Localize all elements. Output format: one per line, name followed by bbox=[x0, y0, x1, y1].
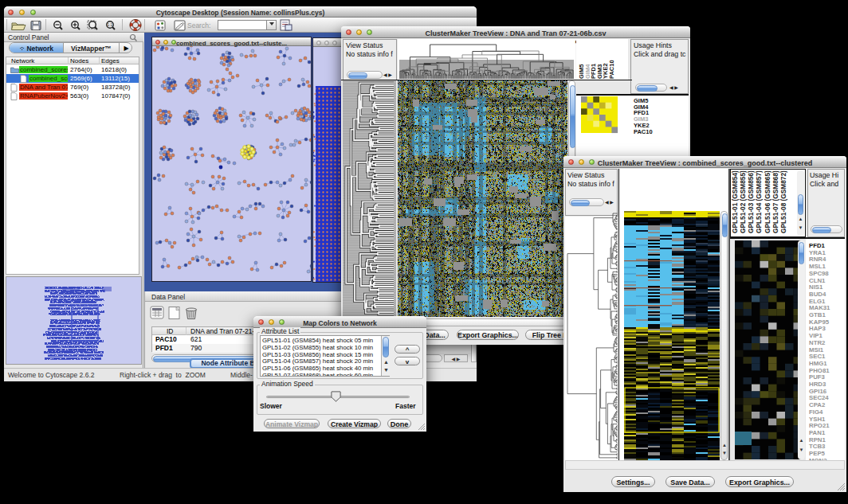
svg-text:RPO21: RPO21 bbox=[809, 422, 830, 429]
svg-text:GPI16: GPI16 bbox=[809, 388, 827, 395]
svg-text:FIG4: FIG4 bbox=[809, 408, 823, 416]
svg-text:GPL51-02 (GSM855): GPL51-02 (GSM855) bbox=[739, 170, 747, 233]
svg-text:CLN1: CLN1 bbox=[809, 277, 826, 284]
svg-text:GPL51-04 (GSM857): GPL51-04 (GSM857) bbox=[755, 170, 763, 233]
svg-text:SPC98: SPC98 bbox=[809, 270, 829, 277]
svg-text:GPL51-07 (GSM868): GPL51-07 (GSM868) bbox=[771, 170, 779, 233]
svg-text:CPA2: CPA2 bbox=[809, 401, 826, 408]
svg-text:SEC24: SEC24 bbox=[809, 394, 829, 401]
svg-text:PHO81: PHO81 bbox=[809, 367, 830, 374]
svg-text:GPL51-03 (GSM856): GPL51-03 (GSM856) bbox=[747, 170, 755, 233]
svg-text:NIS1: NIS1 bbox=[809, 283, 823, 291]
svg-text:GPL51-08 (GSM872): GPL51-08 (GSM872) bbox=[779, 170, 787, 233]
svg-text:MSL1: MSL1 bbox=[809, 263, 826, 270]
svg-text:PEP5: PEP5 bbox=[809, 450, 826, 457]
svg-text:TCB3: TCB3 bbox=[809, 443, 826, 450]
svg-text:BUD4: BUD4 bbox=[809, 291, 826, 298]
svg-text:YRA1: YRA1 bbox=[809, 249, 826, 256]
svg-text:RNR4: RNR4 bbox=[809, 256, 826, 263]
svg-text:NTR2: NTR2 bbox=[809, 339, 826, 346]
svg-text:HRD3: HRD3 bbox=[809, 381, 826, 388]
svg-text:ELG1: ELG1 bbox=[809, 298, 826, 305]
svg-text:VIP1: VIP1 bbox=[809, 332, 823, 339]
svg-text:MAK31: MAK31 bbox=[809, 304, 830, 311]
svg-text:SEC1: SEC1 bbox=[809, 353, 826, 360]
svg-text:HAP3: HAP3 bbox=[809, 325, 826, 332]
svg-text:YSH1: YSH1 bbox=[809, 416, 826, 423]
svg-text:PUF3: PUF3 bbox=[809, 373, 826, 381]
svg-text:PAN1: PAN1 bbox=[809, 429, 826, 436]
svg-text:PFD1: PFD1 bbox=[809, 242, 826, 249]
svg-text:PAC10: PAC10 bbox=[608, 60, 615, 79]
svg-text:GPL51-06 (GSM865): GPL51-06 (GSM865) bbox=[764, 170, 771, 233]
svg-text:GPL51-01 (GSM854): GPL51-01 (GSM854) bbox=[731, 170, 739, 233]
svg-text:MSI1: MSI1 bbox=[809, 346, 824, 354]
svg-text:KAP95: KAP95 bbox=[809, 318, 830, 326]
svg-text:1:1: 1:1 bbox=[108, 23, 113, 27]
svg-text:PAC10: PAC10 bbox=[634, 128, 653, 135]
svg-text:GTB1: GTB1 bbox=[809, 311, 826, 318]
svg-text:HMG1: HMG1 bbox=[809, 360, 827, 367]
svg-text:RPN1: RPN1 bbox=[809, 436, 826, 443]
